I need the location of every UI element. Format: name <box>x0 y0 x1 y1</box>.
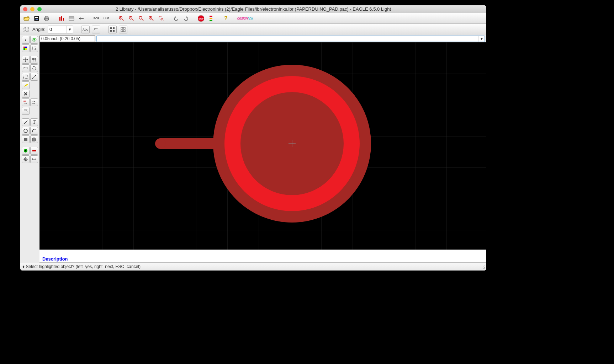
grid-button[interactable] <box>22 26 30 33</box>
copy-tool[interactable] <box>30 56 38 64</box>
display-tool[interactable] <box>22 44 30 52</box>
svg-marker-64 <box>32 138 36 141</box>
status-text: ♦ Select highlighted object? (left=yes, … <box>22 264 141 269</box>
svg-line-13 <box>122 19 123 21</box>
help-button[interactable]: ? <box>222 15 230 22</box>
zoom-fit-button[interactable] <box>137 15 145 22</box>
text-tool[interactable]: T <box>30 118 38 126</box>
command-input[interactable] <box>97 36 478 41</box>
horizontal-scrollbar[interactable] <box>39 250 486 255</box>
redo-button[interactable] <box>182 15 190 22</box>
angle-label: Angle: <box>32 27 46 32</box>
undo-button[interactable] <box>172 15 180 22</box>
cam-button[interactable] <box>57 15 66 22</box>
svg-point-62 <box>24 129 27 133</box>
svg-text:STOP: STOP <box>199 18 203 20</box>
circle-tool[interactable] <box>22 127 30 135</box>
parameter-toolbar: Angle: ▾ Abc φ <box>20 24 486 35</box>
svg-text:10k: 10k <box>23 102 27 105</box>
app-window: 2 Library - /Users/analisarusso/Dropbox/… <box>20 5 486 271</box>
zoom-in-button[interactable] <box>117 15 126 22</box>
drawing-canvas[interactable] <box>39 42 486 250</box>
ulp-button[interactable]: ULP <box>102 15 111 22</box>
svg-rect-49 <box>25 47 27 48</box>
rotate-angle-button[interactable]: φ <box>92 26 100 33</box>
svg-rect-40 <box>110 30 112 32</box>
zoom-out-button[interactable] <box>127 15 136 22</box>
svg-line-61 <box>24 121 27 124</box>
svg-rect-43 <box>123 27 125 29</box>
info-tool[interactable]: i <box>22 36 30 44</box>
smash-tool[interactable] <box>22 107 30 115</box>
change-tool[interactable] <box>30 73 38 81</box>
angle-field[interactable] <box>48 27 67 32</box>
svg-rect-31 <box>210 20 212 21</box>
rect-tool[interactable] <box>22 135 30 143</box>
svg-rect-38 <box>110 27 112 29</box>
board-button[interactable] <box>77 15 86 22</box>
svg-rect-30 <box>210 18 212 19</box>
delete-tool[interactable] <box>22 90 30 98</box>
svg-line-20 <box>142 19 143 21</box>
svg-rect-67 <box>32 150 36 151</box>
zoom-redraw-button[interactable] <box>147 15 155 22</box>
dimension-tool[interactable] <box>30 155 38 163</box>
scr-button[interactable]: SCR <box>92 15 101 22</box>
print-button[interactable] <box>42 15 51 22</box>
editor-area: 0.05 inch (0.20 0.05) ▾ <box>39 35 486 263</box>
titlebar: 2 Library - /Users/analisarusso/Dropbox/… <box>20 5 486 13</box>
command-history-dropdown[interactable]: ▾ <box>478 36 485 42</box>
command-input-wrap[interactable]: ▾ <box>96 36 485 42</box>
group-tool[interactable] <box>22 73 30 81</box>
description-link[interactable]: Description <box>42 256 68 262</box>
stop-button[interactable]: STOP <box>197 15 205 22</box>
svg-point-54 <box>35 58 36 60</box>
grid-view2-button[interactable] <box>119 26 127 33</box>
arc-tool[interactable] <box>30 127 38 135</box>
smd-tool[interactable] <box>30 147 38 155</box>
canvas-wrap <box>39 42 486 255</box>
polygon-tool[interactable] <box>30 135 38 143</box>
move-tool[interactable] <box>22 56 30 64</box>
svg-rect-7 <box>61 16 62 21</box>
mark-tool[interactable] <box>30 44 38 52</box>
angle-input[interactable]: ▾ <box>48 26 73 33</box>
show-tool[interactable] <box>30 36 38 44</box>
hole-tool[interactable] <box>22 155 30 163</box>
mirror-tool[interactable]: E∃ <box>22 64 30 72</box>
open-button[interactable] <box>22 15 31 22</box>
grid-view1-button[interactable] <box>108 26 117 33</box>
value-tool[interactable] <box>30 98 38 106</box>
svg-point-79 <box>155 138 166 149</box>
coordinate-bar: 0.05 inch (0.20 0.05) ▾ <box>39 35 486 42</box>
wire-tool[interactable] <box>22 118 30 126</box>
svg-rect-6 <box>59 17 60 21</box>
svg-point-19 <box>139 16 142 19</box>
name-tool[interactable]: R210k <box>22 98 30 106</box>
svg-point-53 <box>32 58 34 60</box>
board-schematic-switch-button[interactable] <box>67 15 76 22</box>
resize-grip[interactable] <box>481 265 486 270</box>
zoom-select-button[interactable] <box>157 15 165 22</box>
main-toolbar: SCR ULP STOP ? designlink <box>20 13 486 24</box>
svg-text:φ: φ <box>94 27 96 30</box>
description-bar: Description <box>39 255 486 263</box>
svg-rect-63 <box>24 138 27 141</box>
designlink-button[interactable]: designlink <box>237 15 254 22</box>
svg-rect-41 <box>113 30 115 32</box>
svg-rect-32 <box>24 27 29 32</box>
pad-tool[interactable] <box>22 147 30 155</box>
svg-rect-42 <box>121 27 123 29</box>
go-button[interactable] <box>207 15 215 22</box>
paste-tool[interactable] <box>22 81 30 89</box>
svg-rect-50 <box>23 48 25 50</box>
save-button[interactable] <box>32 15 41 22</box>
abc-button[interactable]: Abc <box>81 26 90 33</box>
tool-palette: i E∃ <box>20 35 39 263</box>
angle-dropdown[interactable]: ▾ <box>67 26 73 33</box>
svg-rect-24 <box>159 16 162 19</box>
svg-line-17 <box>132 19 133 21</box>
rotate-tool[interactable] <box>30 64 38 72</box>
svg-rect-9 <box>69 17 74 20</box>
svg-rect-5 <box>45 19 48 21</box>
